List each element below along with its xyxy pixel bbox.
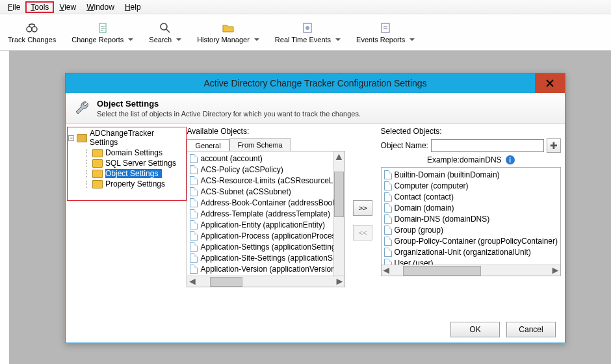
object-name-label: Object Name: (381, 141, 428, 150)
collapse-icon[interactable]: − (68, 135, 74, 141)
tree-item-label: SQL Server Settings (105, 159, 176, 168)
add-button[interactable]: >> (353, 200, 372, 216)
page-icon (384, 170, 392, 179)
tree-item[interactable]: ⋮Domain Settings (68, 148, 183, 158)
list-item[interactable]: Address-Template (addressTemplate) (188, 208, 343, 219)
scrollbar-horizontal[interactable]: ◄► (187, 276, 344, 287)
config-dialog: Active Directory Change Tracker Configur… (65, 73, 566, 343)
tool-track-changes[interactable]: Track Changes (0, 15, 64, 50)
list-item-label: Group-Policy-Container (groupPolicyConta… (395, 237, 558, 246)
tree-line-icon: ⋮ (83, 148, 90, 157)
list-item[interactable]: Domain (domain) (383, 202, 559, 213)
list-item[interactable]: Application-Settings (applicationSetting… (188, 241, 343, 252)
tree-item[interactable]: ⋮SQL Server Settings (68, 158, 183, 168)
tree-root[interactable]: − ADChangeTracker Settings (68, 128, 183, 148)
menu-view[interactable]: View (54, 1, 81, 13)
add-name-button[interactable]: ✚ (547, 138, 561, 153)
tool-search[interactable]: Search (141, 15, 189, 50)
list-item[interactable]: Computer (computer) (383, 180, 559, 191)
list-item[interactable]: Application-Site-Settings (applicationSi… (188, 252, 343, 263)
tree-item[interactable]: ⋮Property Settings (68, 179, 183, 189)
menu-file[interactable]: File (3, 1, 25, 13)
tool-events-reports[interactable]: Events Reports (348, 15, 422, 50)
list-item[interactable]: Builtin-Domain (builtinDomain) (383, 169, 559, 180)
tree-line-icon: ⋮ (83, 159, 90, 168)
list-item[interactable]: Application-Process (applicationProcess (188, 230, 343, 241)
page-icon (190, 209, 198, 218)
dialog-footer: OK Cancel (66, 317, 565, 343)
page-icon (190, 231, 198, 240)
menu-help[interactable]: Help (120, 1, 146, 13)
svg-line-4 (166, 29, 170, 32)
page-icon (190, 187, 198, 196)
list-item-label: ACS-Resource-Limits (aCSResourceLim (200, 176, 341, 185)
list-item[interactable]: account (account) (188, 153, 343, 164)
page-icon (190, 254, 198, 263)
list-item-label: ACS-Policy (aCSPolicy) (200, 165, 283, 174)
page-icon (190, 265, 198, 274)
available-listbox[interactable]: account (account)ACS-Policy (aCSPolicy)A… (187, 151, 344, 287)
list-item-label: Computer (computer) (395, 181, 469, 190)
tool-realtime-events[interactable]: Real Time Events (267, 15, 348, 50)
page-icon (384, 237, 392, 246)
page-icon (190, 198, 198, 207)
scrollbar-horizontal[interactable]: ◄► (382, 265, 560, 276)
tab-from-schema[interactable]: From Schema (229, 138, 291, 151)
close-icon (546, 79, 554, 87)
white-strip (0, 51, 9, 364)
svg-point-3 (161, 23, 167, 30)
dialog-close-button[interactable] (535, 73, 565, 93)
events-report-icon (379, 21, 392, 34)
tree-item-label: Domain Settings (105, 148, 162, 157)
scrollbar-vertical[interactable]: ▲ (333, 151, 344, 276)
menu-tools[interactable]: Tools (25, 1, 54, 13)
list-item[interactable]: Application-Version (applicationVersion) (188, 263, 343, 274)
list-item[interactable]: Address-Book-Container (addressBookC (188, 197, 343, 208)
list-item[interactable]: Group-Policy-Container (groupPolicyConta… (383, 235, 559, 246)
page-icon (384, 192, 392, 202)
folder-icon (77, 134, 87, 142)
cancel-button[interactable]: Cancel (506, 322, 556, 337)
list-item-label: account (account) (200, 154, 262, 163)
list-item-label: Application-Settings (applicationSetting… (200, 242, 339, 252)
list-item[interactable]: ACS-Resource-Limits (aCSResourceLim (188, 175, 343, 186)
binoculars-icon (25, 21, 38, 34)
toolbar: Track Changes Change Reports Search Hist… (0, 14, 611, 51)
remove-button[interactable]: << (353, 225, 372, 240)
tool-history-label: History Manager (197, 36, 250, 44)
list-item[interactable]: Application-Entity (applicationEntity) (188, 219, 343, 230)
list-item[interactable]: Organizational-Unit (organizationalUnit) (383, 246, 559, 257)
info-icon[interactable]: i (506, 155, 515, 164)
settings-tree[interactable]: − ADChangeTracker Settings ⋮Domain Setti… (68, 128, 183, 189)
menu-window[interactable]: Window (81, 1, 120, 13)
selected-listbox[interactable]: Builtin-Domain (builtinDomain)Computer (… (381, 167, 561, 276)
selected-panel: Selected Objects: Object Name: ✚ Example… (377, 124, 565, 317)
list-item[interactable]: ACS-Policy (aCSPolicy) (188, 164, 343, 175)
list-item[interactable]: ACS-Subnet (aCSSubnet) (188, 186, 343, 197)
tab-general[interactable]: General (187, 139, 229, 151)
tool-reports-label: Change Reports (72, 36, 124, 44)
dialog-titlebar: Active Directory Change Tracker Configur… (66, 73, 565, 93)
list-item[interactable]: Group (group) (383, 224, 559, 235)
transfer-buttons: >> << (349, 124, 377, 317)
tree-root-label: ADChangeTracker Settings (90, 129, 183, 147)
dialog-body: − ADChangeTracker Settings ⋮Domain Setti… (66, 124, 565, 317)
selected-label: Selected Objects: (381, 127, 561, 136)
list-item-label: Application-Site-Settings (applicationSi… (200, 254, 341, 263)
dialog-title-text: Active Directory Change Tracker Configur… (203, 78, 426, 88)
object-name-input[interactable] (431, 139, 544, 152)
list-item-label: Application-Version (applicationVersion) (200, 265, 337, 274)
tree-item[interactable]: ⋮Object Settings (68, 168, 183, 179)
tool-history-manager[interactable]: History Manager (189, 15, 267, 50)
available-tabs: General From Schema (187, 138, 344, 151)
list-item[interactable]: Contact (contact) (383, 191, 559, 202)
svg-point-1 (32, 27, 37, 32)
page-icon (384, 203, 392, 213)
tool-change-reports[interactable]: Change Reports (64, 15, 141, 50)
search-icon (159, 21, 172, 34)
ok-button[interactable]: OK (450, 322, 500, 337)
list-item[interactable]: Domain-DNS (domainDNS) (383, 213, 559, 224)
chevron-down-icon (128, 38, 133, 41)
page-icon (190, 165, 198, 174)
list-item-label: Application-Process (applicationProcess (200, 231, 339, 240)
